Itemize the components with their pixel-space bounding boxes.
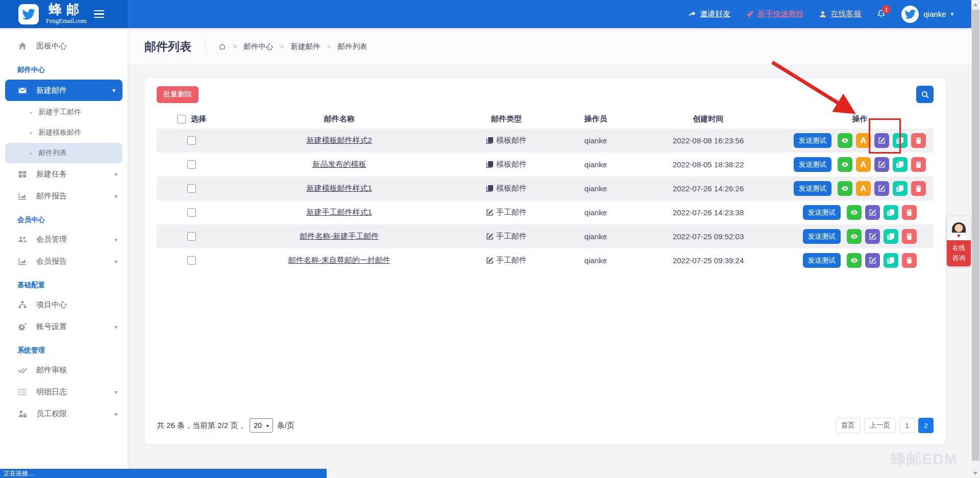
sidebar-item-staff-permissions[interactable]: 员工权限▾ [0,403,128,425]
edit-button[interactable] [874,157,889,172]
sidebar-item-email-report[interactable]: 邮件报告▾ [0,185,128,207]
sidebar-item-new-task[interactable]: 新建任务▾ [0,163,128,185]
search-button[interactable] [916,86,934,103]
send-test-button[interactable]: 发送测试 [794,157,831,172]
pagination-page-1[interactable]: 1 [899,418,915,433]
preview-button[interactable] [847,253,862,268]
scrollbar[interactable] [971,0,980,478]
user-menu[interactable]: qianke ▾ [901,6,953,23]
brand-logo[interactable] [18,4,39,24]
breadcrumb-item[interactable]: 邮件列表 [338,42,368,52]
email-name-link[interactable]: 邮件名称-来自尊邮的一封邮件 [288,256,390,265]
copy-button[interactable] [884,253,898,268]
edit-button[interactable] [865,253,880,268]
operator-cell: qianke [560,232,630,241]
delete-button[interactable] [911,157,926,172]
sidebar-item-member-report[interactable]: 会员报告▾ [0,250,128,272]
sidebar-section: 邮件中心 [0,57,128,79]
email-name-link[interactable]: 新建模板邮件样式1 [306,184,372,193]
edit-button[interactable] [874,181,889,196]
delete-button[interactable] [902,253,917,268]
share-icon [688,10,696,18]
send-test-button[interactable]: 发送测试 [794,133,831,148]
sitemap-icon [17,300,28,309]
online-chat-widget[interactable]: 在线 咨询 [947,216,971,266]
row-checkbox[interactable] [187,160,196,169]
pagination-page-2[interactable]: 2 [918,418,934,433]
pagination-first-page[interactable]: 首页 [836,418,861,433]
sidebar-item-new-email[interactable]: 新建邮件▾ [5,80,122,101]
invite-friends-link[interactable]: 邀请好友 [688,9,730,19]
scroll-up-arrow[interactable] [973,3,977,6]
online-chat-label: 在线 咨询 [947,240,971,266]
tutorial-link[interactable]: 新手快速教程 [746,9,803,19]
email-name-link[interactable]: 邮件名称-新建手工邮件 [300,232,379,241]
breadcrumb-home-icon[interactable] [218,43,226,51]
table-row: 新建模板邮件样式2模板邮件qianke2022-08-08 16:23:56发送… [157,129,934,153]
batch-delete-button[interactable]: 批量删除 [157,86,199,103]
sidebar-subitem-new-template-email[interactable]: •新建模板邮件 [0,122,128,143]
row-checkbox[interactable] [187,184,196,193]
eye-icon [850,257,858,264]
copy-button[interactable] [884,205,898,220]
send-test-button[interactable]: 发送测试 [803,253,841,268]
font-test-button[interactable]: A [856,157,871,172]
breadcrumb-item[interactable]: 邮件中心 [243,42,273,52]
delete-button[interactable] [911,181,926,196]
copy-icon [887,257,895,264]
email-name-link[interactable]: 新建模板邮件样式2 [306,136,372,145]
edit-pencil-icon [486,233,494,240]
scrollbar-thumb[interactable] [972,10,979,461]
send-test-button[interactable]: 发送测试 [794,181,831,196]
row-checkbox[interactable] [187,232,196,241]
email-name-link[interactable]: 新建手工邮件样式1 [306,208,372,217]
sidebar-item-account-settings[interactable]: 账号设置▾ [0,316,128,338]
select-all-checkbox[interactable] [177,115,186,123]
row-checkbox[interactable] [187,136,196,145]
font-test-button[interactable]: A [856,181,871,196]
users-icon [17,235,28,244]
pagination-prev-page[interactable]: 上一页 [864,418,896,433]
table-row: 新建模板邮件样式1模板邮件qianke2022-07-26 14:26:26发送… [157,177,934,200]
sidebar-item-email-review[interactable]: 邮件审核 [0,359,128,381]
support-link[interactable]: 在线客服 [819,9,861,19]
send-test-button[interactable]: 发送测试 [803,229,841,244]
preview-button[interactable] [838,133,852,148]
per-page-select[interactable]: 20 ▾ [250,418,273,433]
row-checkbox[interactable] [187,208,196,217]
copy-button[interactable] [893,157,908,172]
preview-button[interactable] [838,181,852,196]
sidebar-item-detail-logs[interactable]: 明细日志▾ [0,381,128,403]
chevron-down-icon: ▾ [114,411,117,418]
email-name-link[interactable]: 新品发布的模板 [312,160,366,169]
sidebar-item-project-center[interactable]: 项目中心 [0,294,128,316]
delete-button[interactable] [902,205,917,220]
preview-button[interactable] [847,229,862,244]
pagination-summary: 共 26 条，当前第 2/2 页， 20 ▾ 条/页 [157,418,295,433]
envelope-icon [17,86,28,95]
menu-toggle-icon[interactable] [94,10,104,18]
breadcrumb-item[interactable]: 新建邮件 [290,42,320,52]
row-checkbox[interactable] [187,256,196,265]
preview-button[interactable] [838,157,852,172]
sidebar-subitem-email-list[interactable]: •邮件列表 [5,143,122,163]
sidebar-item-member-management[interactable]: 会员管理▾ [0,229,128,250]
preview-button[interactable] [847,205,862,220]
edit-pencil-icon [878,185,886,192]
sidebar-subitem-new-manual-email[interactable]: •新建手工邮件 [0,102,128,122]
delete-button[interactable] [902,229,917,244]
edit-button[interactable] [865,229,880,244]
scroll-down-arrow[interactable] [973,472,977,475]
brand-name: 蜂邮 [46,3,87,16]
copy-button[interactable] [884,229,898,244]
delete-button[interactable] [911,133,926,148]
copy-button[interactable] [893,181,908,196]
edit-pencil-icon [486,209,494,216]
notifications-button[interactable]: 1 [876,9,886,19]
email-type: 手工邮件 [496,208,527,217]
app-root: 蜂邮 FengEmail.com 邀请好友 新手快速教程 在线客服 1 [0,0,980,478]
send-test-button[interactable]: 发送测试 [803,205,841,220]
table-row: 邮件名称-来自尊邮的一封邮件手工邮件qianke2022-07-25 09:39… [157,248,934,272]
edit-button[interactable] [865,205,880,220]
sidebar-item-dashboard[interactable]: 面板中心 [0,35,128,57]
